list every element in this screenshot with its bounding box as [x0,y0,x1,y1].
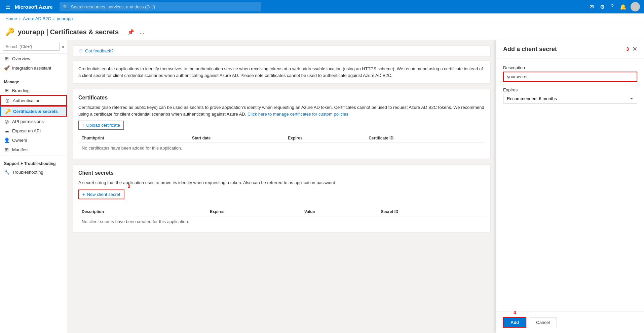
notifications-icon[interactable]: 🔔 [618,2,629,11]
topbar-icons: ✉ ⚙ ? 🔔 [588,2,640,11]
sidebar-item-integration-label: Integration assistant [12,66,51,71]
owners-icon: 👤 [4,137,9,143]
secret-col-secretid: Secret ID [378,207,485,216]
integration-icon: 🚀 [4,65,9,71]
sidebar-item-authentication-label: Authentication [13,98,40,103]
cert-col-thumbprint: Thumbprint [78,134,189,143]
troubleshooting-icon: 🔧 [4,169,9,175]
breadcrumb-yourapp[interactable]: yourapp [57,16,73,21]
secret-col-expires: Expires [206,207,301,216]
upload-certificate-button[interactable]: ↑ Upload certificate [78,121,124,130]
breadcrumb-adb2c[interactable]: Azure AD B2C [23,16,51,21]
certificates-empty-row: No certificates have been added for this… [78,143,485,154]
sidebar-item-certificates[interactable]: 🔑 Certificates & secrets [0,106,67,117]
sidebar-item-branding[interactable]: ⊞ Branding [0,86,67,95]
expires-label: Expires [503,87,637,92]
content-area: ♡ Got feedback? Credentials enable appli… [67,40,496,333]
sidebar-divider-2 [0,156,67,156]
panel-title: Add a client secret [503,46,557,53]
certificates-link[interactable]: Click here to manage certificates for cu… [248,112,349,117]
certificates-table: Thumbprint Start date Expires Certificat… [78,134,485,153]
sidebar-item-overview-label: Overview [12,56,30,61]
search-icon: 🔍 [63,4,68,9]
certificates-icon: 🔑 [5,109,10,114]
feedback-text[interactable]: Got feedback? [85,48,114,53]
api-permissions-icon: ◎ [4,119,9,124]
sidebar-item-owners[interactable]: 👤 Owners [0,135,67,145]
topbar: ☰ Microsoft Azure 🔍 ✉ ⚙ ? 🔔 [0,0,644,13]
expires-field: Expires Recommended: 6 months 3 months 1… [503,87,637,103]
client-secrets-table: Description Expires Value Secret ID No c… [78,207,485,227]
page-header-actions: 📌 ... [126,28,145,36]
sidebar-search-input[interactable] [3,43,60,51]
sidebar-collapse-button[interactable]: « [62,44,64,49]
right-panel: Add a client secret 3 ✕ Description Expi… [496,40,644,333]
panel-close-button[interactable]: ✕ [632,45,637,53]
sidebar-item-owners-label: Owners [12,138,27,143]
plus-icon: + [82,192,85,197]
breadcrumb: Home › Azure AD B2C › yourapp [0,13,644,24]
description-text: Credentials enable applications to ident… [73,60,491,84]
manifest-icon: ⊞ [4,147,9,152]
more-button[interactable]: ... [138,28,145,36]
expires-select[interactable]: Recommended: 6 months 3 months 12 months… [503,94,637,103]
certificates-empty-message: No certificates have been added for this… [78,143,485,154]
sidebar-item-expose-api-label: Expose an API [12,128,41,133]
panel-body: Description Expires Recommended: 6 month… [496,58,644,311]
breadcrumb-home[interactable]: Home [5,16,17,21]
support-section-label: Support + Troubleshooting [0,157,67,167]
avatar[interactable] [631,2,640,11]
manage-section-label: Manage [0,76,67,86]
description-label: Description [503,65,637,70]
sidebar-item-manifest[interactable]: ⊞ Manifest [0,145,67,154]
sidebar-item-troubleshooting-label: Troubleshooting [12,170,43,175]
email-icon[interactable]: ✉ [588,2,596,11]
search-bar[interactable]: 🔍 [60,2,261,11]
sidebar-divider-1 [0,74,67,74]
pin-button[interactable]: 📌 [126,28,136,36]
client-secrets-empty-message: No client secrets have been created for … [78,216,485,227]
hamburger-icon[interactable]: ☰ [4,2,11,11]
feedback-heart-icon: ♡ [78,48,82,53]
page-header-icon: 🔑 [5,28,14,36]
cert-col-expires: Expires [285,134,365,143]
certificates-description: Certificates (also referred as public ke… [78,104,485,117]
upload-btn-label: Upload certificate [86,123,120,128]
add-button[interactable]: Add [503,317,526,328]
description-input[interactable] [503,72,637,82]
settings-icon[interactable]: ⚙ [598,2,607,11]
step3-label-panel: 3 [626,46,629,52]
cert-col-certid: Certificate ID [365,134,485,143]
page-header: 🔑 yourapp | Certificates & secrets 📌 ... [0,24,644,40]
client-secrets-description: A secret string that the application use… [78,179,485,186]
client-secrets-title: Client secrets [78,170,485,176]
certificates-title: Certificates [78,95,485,101]
sidebar-search-container: « [0,40,67,54]
help-icon[interactable]: ? [609,2,616,11]
cancel-button[interactable]: Cancel [529,318,557,327]
sidebar-item-authentication[interactable]: ◎ Authentication [0,95,67,106]
panel-footer: Add 4 Cancel [496,311,644,333]
authentication-icon: ◎ [5,98,10,103]
sidebar-item-manifest-label: Manifest [12,147,29,152]
expose-api-icon: ☁ [4,128,9,133]
client-secrets-section: Client secrets A secret string that the … [73,164,491,233]
secret-col-value: Value [301,207,378,216]
panel-header: Add a client secret 3 ✕ [496,40,644,58]
search-input[interactable] [71,4,258,9]
branding-icon: ⊞ [4,88,9,93]
sidebar-item-troubleshooting[interactable]: 🔧 Troubleshooting [0,167,67,177]
feedback-bar: ♡ Got feedback? [73,45,491,56]
page-title: yourapp | Certificates & secrets [18,28,119,36]
overview-icon: ⊞ [4,56,9,61]
step4-label: 4 [514,310,516,315]
cert-col-startdate: Start date [189,134,285,143]
sidebar-item-certificates-label: Certificates & secrets [13,109,58,114]
sidebar-item-overview[interactable]: ⊞ Overview [0,54,67,63]
step2-label: 2 [128,183,130,189]
sidebar-item-expose-api[interactable]: ☁ Expose an API [0,126,67,135]
sidebar-item-integration[interactable]: 🚀 Integration assistant [0,63,67,73]
new-secret-btn-label: New client secret [87,192,120,197]
sidebar-item-api-permissions[interactable]: ◎ API permissions [0,117,67,126]
new-client-secret-button[interactable]: + New client secret [78,190,124,199]
